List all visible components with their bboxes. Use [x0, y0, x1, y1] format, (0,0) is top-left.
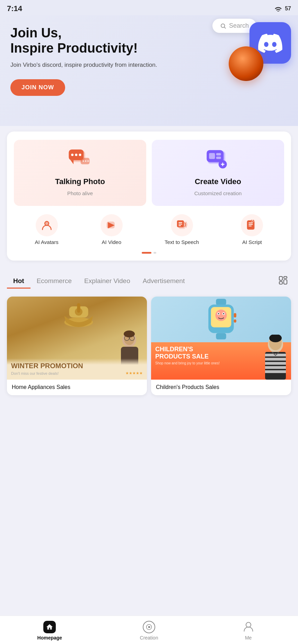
svg-rect-34: [249, 224, 253, 225]
winter-promo-title: Winter Promotion: [11, 362, 143, 370]
svg-rect-70: [265, 358, 286, 361]
talking-photo-subtitle: Photo alive: [67, 190, 93, 196]
create-video-card[interactable]: Create Video Customized creation: [152, 140, 284, 206]
svg-point-77: [246, 622, 251, 627]
winter-promo-sub: Don't miss our festive deals!: [11, 371, 59, 375]
svg-rect-64: [234, 319, 236, 323]
children-products-thumbnail: CHILDREN'SPRODUCTS SALE Shop now and bri…: [151, 297, 291, 380]
dot-active: [142, 252, 151, 254]
me-icon: [243, 621, 254, 633]
nav-homepage[interactable]: Homepage: [29, 621, 70, 641]
search-placeholder: Search: [229, 22, 249, 29]
status-time: 7:14: [7, 4, 22, 13]
join-now-button[interactable]: JOIN NOW: [10, 79, 65, 96]
battery-icon: 57: [285, 6, 291, 12]
svg-rect-29: [178, 224, 182, 225]
me-label: Me: [245, 635, 252, 641]
ai-avatars-icon: [36, 214, 58, 236]
creation-icon: [143, 621, 155, 633]
tab-hot[interactable]: Hot: [7, 274, 30, 289]
homepage-label: Homepage: [37, 635, 62, 641]
svg-rect-74: [48, 629, 51, 629]
hero-subtitle: Join Virbo's discord, inspire productivi…: [10, 61, 177, 70]
svg-rect-63: [234, 313, 236, 318]
svg-point-9: [82, 160, 84, 162]
svg-rect-73: [265, 370, 286, 373]
ai-script-label: AI Script: [242, 239, 262, 245]
svg-point-61: [223, 313, 225, 315]
children-products-label: Children's Products Sales: [151, 380, 291, 395]
svg-point-52: [124, 330, 135, 337]
features-section: Talking Photo Photo alive: [7, 131, 291, 261]
small-features-row: AI Avatars AI Video: [14, 214, 284, 245]
svg-rect-38: [279, 276, 282, 280]
home-appliances-label: Home Appliances Sales: [7, 380, 147, 395]
svg-rect-72: [265, 366, 286, 369]
svg-rect-53: [216, 299, 226, 305]
hero-title: Join Us,Inspire Productivity!: [10, 26, 177, 56]
category-tabs: Hot Ecommerce Explainer Video Advertisem…: [0, 266, 298, 293]
svg-point-10: [85, 160, 86, 162]
ai-video-feature[interactable]: AI Video: [100, 214, 123, 245]
svg-rect-15: [209, 153, 215, 159]
create-video-icon: [206, 149, 230, 173]
status-bar: 7:14 57: [0, 0, 298, 15]
hero-content: Join Us,Inspire Productivity! Join Virbo…: [10, 26, 177, 96]
svg-rect-45: [77, 303, 80, 313]
ai-avatars-feature[interactable]: AI Avatars: [35, 214, 59, 245]
svg-rect-41: [279, 282, 282, 284]
svg-marker-76: [148, 626, 150, 628]
tab-advertisement[interactable]: Advertisement: [137, 274, 191, 289]
status-icons: 57: [274, 6, 291, 12]
svg-rect-27: [177, 220, 184, 227]
home-appliances-thumbnail: Winter Promotion Don't miss our festive …: [7, 297, 147, 380]
nav-me[interactable]: Me: [228, 621, 269, 641]
feature-cards-row: Talking Photo Photo alive: [14, 140, 284, 206]
svg-rect-39: [284, 276, 287, 279]
svg-rect-71: [265, 362, 286, 365]
text-to-speech-label: Text to Speech: [165, 239, 199, 245]
video-grid: Winter Promotion Don't miss our festive …: [0, 293, 298, 430]
svg-point-6: [79, 154, 81, 156]
ai-video-icon: [100, 214, 123, 236]
svg-rect-40: [284, 280, 287, 284]
dot-inactive: [154, 252, 156, 254]
tab-explainer-video[interactable]: Explainer Video: [78, 274, 137, 289]
svg-point-22: [45, 222, 48, 225]
svg-rect-62: [216, 333, 226, 339]
svg-point-4: [71, 154, 73, 156]
home-appliances-card[interactable]: Winter Promotion Don't miss our festive …: [7, 297, 147, 395]
wifi-icon: [274, 6, 282, 11]
search-icon: [220, 23, 226, 29]
text-to-speech-icon: [171, 214, 193, 236]
svg-marker-7: [71, 160, 74, 164]
svg-rect-30: [178, 225, 181, 226]
ai-script-feature[interactable]: AI Script: [241, 214, 263, 245]
ai-video-label: AI Video: [102, 239, 121, 245]
avatar-decoration: [229, 46, 263, 81]
svg-point-5: [75, 154, 77, 156]
talking-photo-icon: [68, 149, 92, 173]
svg-point-60: [218, 313, 219, 315]
create-video-subtitle: Customized creation: [194, 190, 242, 196]
svg-rect-35: [249, 226, 252, 226]
page-indicator: [14, 252, 284, 254]
svg-rect-16: [216, 153, 221, 155]
create-video-title: Create Video: [195, 177, 241, 186]
stars: ★★★★★: [125, 371, 143, 375]
svg-rect-28: [178, 222, 182, 223]
ai-script-icon: [241, 214, 263, 236]
nav-creation[interactable]: Creation: [128, 621, 170, 641]
text-to-speech-feature[interactable]: Text to Speech: [165, 214, 199, 245]
talking-photo-title: Talking Photo: [55, 177, 105, 186]
svg-point-57: [216, 310, 227, 321]
ai-avatars-label: AI Avatars: [35, 239, 59, 245]
children-products-card[interactable]: CHILDREN'SPRODUCTS SALE Shop now and bri…: [151, 297, 291, 395]
tab-ecommerce[interactable]: Ecommerce: [30, 274, 78, 289]
template-icon[interactable]: [275, 273, 291, 290]
hero-section: Join Us,Inspire Productivity! Join Virbo…: [0, 15, 298, 126]
home-icon: [43, 621, 56, 633]
talking-photo-card[interactable]: Talking Photo Photo alive: [14, 140, 146, 206]
creation-label: Creation: [140, 635, 158, 641]
svg-point-11: [87, 160, 89, 162]
